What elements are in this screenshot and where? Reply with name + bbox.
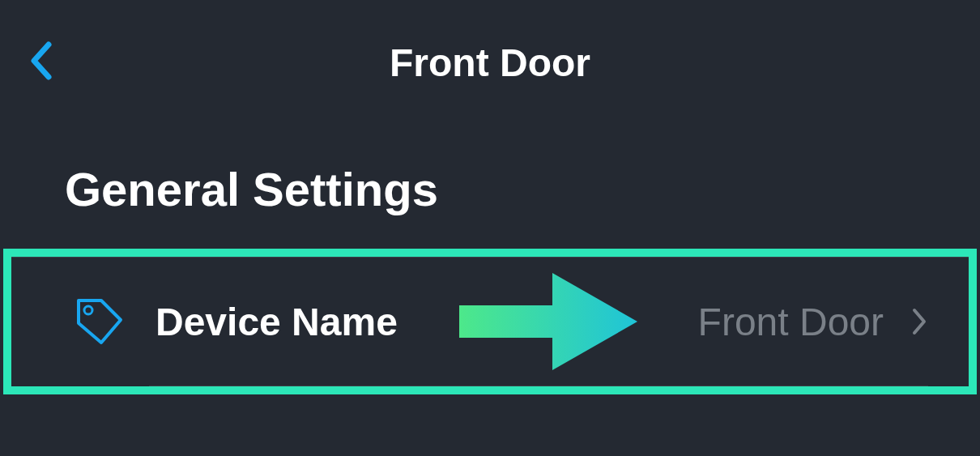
row-value: Front Door <box>698 300 884 344</box>
row-label: Device Name <box>156 300 398 344</box>
tag-icon <box>72 294 127 349</box>
section-heading: General Settings <box>0 113 980 241</box>
chevron-right-icon <box>912 308 928 335</box>
back-button[interactable] <box>28 40 53 84</box>
page-title: Front Door <box>24 40 956 85</box>
divider <box>149 386 928 386</box>
arrow-annotation-icon <box>455 269 641 374</box>
svg-point-0 <box>84 306 92 314</box>
header: Front Door <box>0 0 980 113</box>
chevron-left-icon <box>28 40 53 81</box>
highlighted-annotation: Device Name Front Door <box>3 249 977 394</box>
device-name-row[interactable]: Device Name Front Door <box>11 257 969 386</box>
